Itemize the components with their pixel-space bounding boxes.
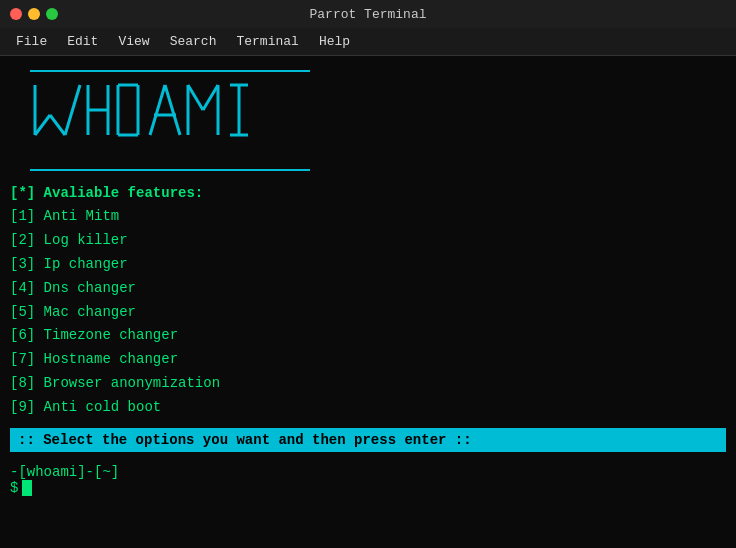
menu-terminal[interactable]: Terminal	[228, 32, 306, 51]
feature-8: [8] Browser anonymization	[10, 372, 726, 396]
ascii-line-top	[30, 70, 310, 72]
shell-prompt: -[whoami]-[~] $	[10, 464, 726, 496]
svg-line-15	[188, 85, 203, 110]
minimize-button[interactable]	[28, 8, 40, 20]
titlebar: Parrot Terminal	[0, 0, 736, 28]
window-controls	[0, 8, 58, 20]
svg-line-2	[50, 115, 65, 135]
ascii-art	[30, 76, 330, 165]
feature-4: [4] Dns changer	[10, 277, 726, 301]
window-title: Parrot Terminal	[309, 7, 426, 22]
feature-5: [5] Mac changer	[10, 301, 726, 325]
shell-user-line: -[whoami]-[~]	[10, 464, 726, 480]
cursor	[22, 480, 32, 496]
ascii-line-bottom	[30, 169, 310, 171]
menu-help[interactable]: Help	[311, 32, 358, 51]
shell-dollar-line: $	[10, 480, 726, 496]
maximize-button[interactable]	[46, 8, 58, 20]
feature-3: [3] Ip changer	[10, 253, 726, 277]
svg-line-1	[35, 115, 50, 135]
feature-1: [1] Anti Mitm	[10, 205, 726, 229]
shell-dollar: $	[10, 480, 18, 496]
menu-edit[interactable]: Edit	[59, 32, 106, 51]
terminal-content: [*] Avaliable features: [1] Anti Mitm [2…	[0, 56, 736, 548]
menu-view[interactable]: View	[110, 32, 157, 51]
input-prompt[interactable]: :: Select the options you want and then …	[10, 428, 726, 452]
svg-line-16	[203, 85, 218, 110]
feature-7: [7] Hostname changer	[10, 348, 726, 372]
features-list: [1] Anti Mitm [2] Log killer [3] Ip chan…	[10, 205, 726, 419]
svg-line-12	[165, 85, 180, 135]
svg-line-3	[65, 85, 80, 135]
menu-file[interactable]: File	[8, 32, 55, 51]
feature-6: [6] Timezone changer	[10, 324, 726, 348]
menubar: File Edit View Search Terminal Help	[0, 28, 736, 56]
svg-line-11	[150, 85, 165, 135]
close-button[interactable]	[10, 8, 22, 20]
menu-search[interactable]: Search	[162, 32, 225, 51]
ascii-art-container	[10, 70, 726, 171]
features-header: [*] Avaliable features:	[10, 185, 726, 201]
feature-9: [9] Anti cold boot	[10, 396, 726, 420]
feature-2: [2] Log killer	[10, 229, 726, 253]
